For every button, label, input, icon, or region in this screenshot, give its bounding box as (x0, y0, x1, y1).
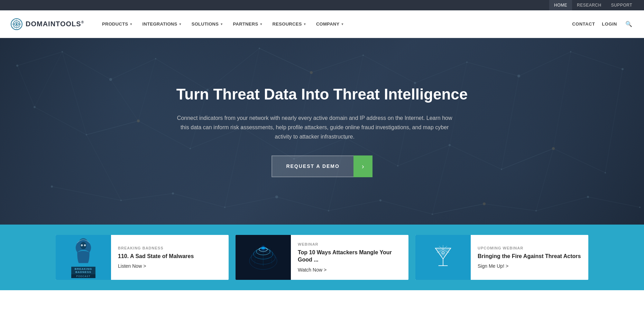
svg-line-107 (270, 248, 272, 264)
card-upcoming-thumbnail (415, 235, 471, 280)
svg-line-53 (86, 121, 138, 135)
svg-line-41 (62, 52, 111, 79)
header: DOMAINTOOLS® PRODUCTS ▼ INTEGRATIONS ▼ S… (0, 10, 644, 38)
svg-line-71 (52, 187, 121, 200)
svg-line-82 (86, 135, 121, 200)
chevron-down-icon: ▼ (220, 22, 223, 26)
martini-glass-icon (431, 244, 455, 271)
svg-line-70 (605, 69, 623, 173)
webinar-thumbnail-icon (248, 242, 279, 273)
contact-link[interactable]: CONTACT (572, 21, 595, 27)
card-webinar-tag: WEBINAR (298, 242, 402, 246)
card-podcast-body: BREAKING BADNESS 110. A Sad State of Mal… (111, 235, 201, 280)
svg-line-76 (329, 200, 380, 211)
card-podcast-thumbnail: BREAKINGBADNESS PODCAST (56, 235, 111, 280)
card-webinar-link[interactable]: Watch Now > (298, 267, 402, 273)
svg-line-52 (35, 107, 86, 135)
card-webinar-title: Top 10 Ways Attackers Mangle Your Good .… (298, 249, 402, 264)
card-webinar-body: WEBINAR Top 10 Ways Attackers Mangle You… (291, 235, 408, 280)
svg-line-64 (62, 52, 86, 135)
svg-line-65 (111, 79, 138, 121)
svg-line-42 (111, 59, 156, 79)
svg-line-116 (437, 249, 443, 250)
nav-integrations[interactable]: INTEGRATIONS ▼ (138, 19, 186, 29)
svg-line-81 (588, 197, 640, 207)
svg-point-110 (260, 245, 266, 251)
podcast-badge: BREAKINGBADNESS PODCAST (71, 237, 95, 278)
chevron-down-icon: ▼ (129, 22, 132, 26)
card-upcoming-tag: UPCOMING WEBINAR (478, 246, 581, 250)
hero-content: Turn Threat Data Into Threat Intelligenc… (176, 85, 468, 177)
demo-btn-arrow-icon: › (353, 155, 372, 177)
svg-line-40 (17, 52, 62, 66)
svg-line-62 (553, 149, 605, 173)
hero-section: Turn Threat Data Into Threat Intelligenc… (0, 38, 644, 225)
svg-line-63 (17, 66, 35, 107)
nav-solutions[interactable]: SOLUTIONS ▼ (187, 19, 228, 29)
svg-line-74 (225, 197, 277, 207)
logo-text: DOMAINTOOLS® (26, 20, 84, 28)
card-podcast-tag: BREAKING BADNESS (118, 246, 194, 250)
logo-icon (10, 18, 23, 30)
svg-line-87 (35, 52, 62, 107)
svg-line-72 (121, 193, 173, 200)
topbar-research-link[interactable]: RESEARCH (572, 0, 606, 10)
nav-company[interactable]: COMPANY ▼ (312, 19, 348, 29)
search-icon: 🔍 (625, 21, 632, 27)
svg-line-61 (502, 149, 553, 169)
svg-line-45 (259, 48, 311, 73)
svg-line-48 (415, 62, 467, 83)
login-link[interactable]: LOGIN (602, 21, 617, 27)
svg-line-47 (363, 55, 415, 83)
svg-point-97 (81, 245, 82, 246)
logo-link[interactable]: DOMAINTOOLS® (10, 18, 84, 30)
svg-line-79 (484, 204, 536, 211)
hero-subtitle: Connect indicators from your network wit… (176, 113, 453, 142)
request-demo-button[interactable]: REQUEST A DEMO › (272, 155, 372, 177)
top-bar: HOME RESEARCH SUPPORT (0, 0, 644, 10)
svg-line-75 (277, 197, 329, 211)
chevron-down-icon: ▼ (303, 22, 306, 26)
svg-line-80 (536, 197, 588, 211)
main-nav: PRODUCTS ▼ INTEGRATIONS ▼ SOLUTIONS ▼ PA… (98, 19, 572, 29)
card-upcoming-link[interactable]: Sign Me Up! > (478, 263, 581, 269)
svg-line-86 (536, 149, 553, 211)
svg-point-98 (84, 245, 85, 246)
svg-line-50 (519, 52, 571, 76)
svg-line-49 (467, 62, 519, 76)
nav-partners[interactable]: PARTNERS ▼ (229, 19, 267, 29)
card-upcoming-title: Bringing the Fire Against Threat Actors (478, 253, 581, 260)
card-webinar: WEBINAR Top 10 Ways Attackers Mangle You… (236, 235, 408, 280)
podcast-figure-icon (71, 237, 95, 265)
svg-line-77 (380, 200, 432, 214)
topbar-support-link[interactable]: SUPPORT (606, 0, 637, 10)
chevron-down-icon: ▼ (178, 22, 182, 26)
cards-section: BREAKINGBADNESS PODCAST BREAKING BADNESS… (0, 225, 644, 290)
nav-products[interactable]: PRODUCTS ▼ (98, 19, 137, 29)
chevron-down-icon: ▼ (341, 22, 344, 26)
svg-line-51 (571, 52, 623, 69)
svg-line-69 (502, 76, 519, 169)
chevron-down-icon: ▼ (259, 22, 263, 26)
svg-line-92 (553, 52, 571, 149)
card-upcoming-webinar: UPCOMING WEBINAR Bringing the Fire Again… (415, 235, 588, 280)
svg-line-113 (443, 249, 449, 250)
svg-line-78 (432, 204, 484, 214)
search-button[interactable]: 🔍 (624, 19, 634, 29)
card-upcoming-body: UPCOMING WEBINAR Bringing the Fire Again… (471, 235, 588, 280)
svg-line-46 (311, 55, 363, 73)
svg-line-88 (138, 59, 156, 121)
card-podcast: BREAKINGBADNESS PODCAST BREAKING BADNESS… (56, 235, 229, 280)
svg-line-73 (173, 193, 225, 207)
topbar-home-link[interactable]: HOME (549, 0, 572, 10)
hero-title: Turn Threat Data Into Threat Intelligenc… (176, 85, 468, 104)
right-nav: CONTACT LOGIN 🔍 (572, 19, 634, 29)
card-webinar-thumbnail (236, 235, 291, 280)
card-podcast-title: 110. A Sad State of Malwares (118, 253, 194, 260)
demo-btn-label: REQUEST A DEMO (272, 155, 353, 177)
svg-line-44 (208, 48, 259, 90)
card-podcast-link[interactable]: Listen Now > (118, 263, 194, 269)
nav-resources[interactable]: RESOURCES ▼ (268, 19, 311, 29)
svg-line-106 (255, 248, 256, 264)
